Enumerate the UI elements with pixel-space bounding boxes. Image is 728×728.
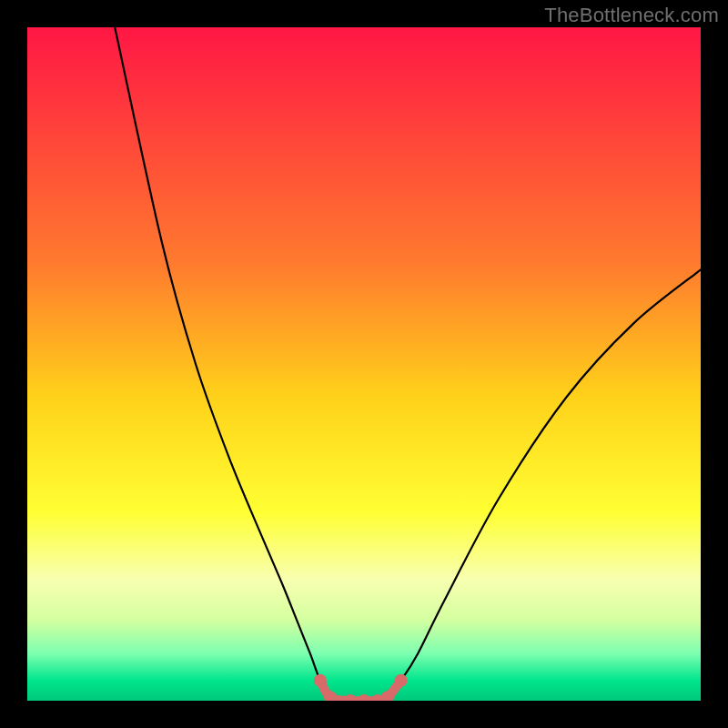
main-curve (115, 27, 701, 701)
highlight-dot (344, 694, 357, 701)
plot-area (27, 27, 701, 701)
highlight-dot (358, 694, 370, 701)
watermark-text: TheBottleneck.com (544, 4, 719, 27)
highlight-dot (395, 674, 408, 687)
curve-layer (27, 27, 701, 701)
chart-stage: TheBottleneck.com (0, 0, 728, 728)
highlight-dot (314, 674, 327, 687)
